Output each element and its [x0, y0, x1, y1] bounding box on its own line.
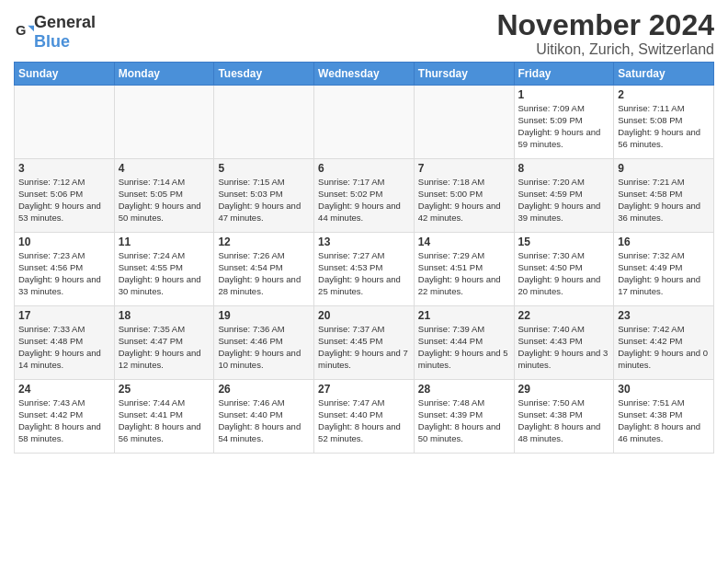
- calendar-cell: 27Sunrise: 7:47 AM Sunset: 4:40 PM Dayli…: [314, 380, 415, 454]
- calendar-title: November 2024: [496, 9, 714, 41]
- week-row-5: 24Sunrise: 7:43 AM Sunset: 4:42 PM Dayli…: [15, 380, 714, 454]
- day-number: 13: [318, 236, 410, 248]
- calendar-cell: 4Sunrise: 7:14 AM Sunset: 5:05 PM Daylig…: [114, 159, 214, 233]
- day-number: 1: [518, 88, 610, 101]
- day-info: Sunrise: 7:40 AM Sunset: 4:43 PM Dayligh…: [518, 324, 610, 371]
- calendar-cell: 7Sunrise: 7:18 AM Sunset: 5:00 PM Daylig…: [414, 159, 514, 233]
- day-number: 7: [418, 162, 510, 175]
- calendar-cell: 29Sunrise: 7:50 AM Sunset: 4:38 PM Dayli…: [514, 380, 614, 454]
- day-number: 6: [318, 162, 410, 175]
- day-info: Sunrise: 7:20 AM Sunset: 4:59 PM Dayligh…: [518, 177, 610, 224]
- day-info: Sunrise: 7:33 AM Sunset: 4:48 PM Dayligh…: [18, 324, 110, 371]
- title-block: November 2024 Uitikon, Zurich, Switzerla…: [496, 9, 714, 58]
- calendar-cell: 5Sunrise: 7:15 AM Sunset: 5:03 PM Daylig…: [214, 159, 314, 233]
- day-number: 16: [618, 236, 710, 248]
- calendar-cell: 12Sunrise: 7:26 AM Sunset: 4:54 PM Dayli…: [214, 233, 314, 306]
- calendar-cell: 23Sunrise: 7:42 AM Sunset: 4:42 PM Dayli…: [614, 306, 714, 380]
- day-info: Sunrise: 7:30 AM Sunset: 4:50 PM Dayligh…: [518, 250, 610, 297]
- day-info: Sunrise: 7:43 AM Sunset: 4:42 PM Dayligh…: [18, 397, 110, 444]
- day-number: 2: [618, 88, 710, 101]
- day-info: Sunrise: 7:29 AM Sunset: 4:51 PM Dayligh…: [418, 250, 510, 297]
- day-number: 29: [518, 383, 610, 396]
- day-info: Sunrise: 7:21 AM Sunset: 4:58 PM Dayligh…: [618, 177, 710, 224]
- calendar-cell: 3Sunrise: 7:12 AM Sunset: 5:06 PM Daylig…: [15, 159, 115, 233]
- calendar-cell: 30Sunrise: 7:51 AM Sunset: 4:38 PM Dayli…: [614, 380, 714, 454]
- calendar-cell: 16Sunrise: 7:32 AM Sunset: 4:49 PM Dayli…: [614, 233, 714, 306]
- day-info: Sunrise: 7:27 AM Sunset: 4:53 PM Dayligh…: [318, 250, 410, 297]
- day-info: Sunrise: 7:18 AM Sunset: 5:00 PM Dayligh…: [418, 177, 510, 224]
- day-info: Sunrise: 7:23 AM Sunset: 4:56 PM Dayligh…: [18, 250, 110, 297]
- calendar-cell: 10Sunrise: 7:23 AM Sunset: 4:56 PM Dayli…: [15, 233, 115, 306]
- day-info: Sunrise: 7:35 AM Sunset: 4:47 PM Dayligh…: [119, 324, 210, 371]
- calendar-cell: 26Sunrise: 7:46 AM Sunset: 4:40 PM Dayli…: [214, 380, 314, 454]
- calendar-cell: 19Sunrise: 7:36 AM Sunset: 4:46 PM Dayli…: [214, 306, 314, 380]
- calendar-cell: 21Sunrise: 7:39 AM Sunset: 4:44 PM Dayli…: [414, 306, 514, 380]
- day-info: Sunrise: 7:39 AM Sunset: 4:44 PM Dayligh…: [418, 324, 510, 371]
- day-number: 23: [618, 309, 710, 322]
- calendar-header-row: SundayMondayTuesdayWednesdayThursdayFrid…: [15, 63, 714, 86]
- calendar-body: 1Sunrise: 7:09 AM Sunset: 5:09 PM Daylig…: [15, 86, 714, 454]
- calendar-cell: 20Sunrise: 7:37 AM Sunset: 4:45 PM Dayli…: [314, 306, 415, 380]
- day-info: Sunrise: 7:48 AM Sunset: 4:39 PM Dayligh…: [418, 397, 510, 444]
- day-number: 25: [119, 383, 210, 396]
- calendar-cell: 24Sunrise: 7:43 AM Sunset: 4:42 PM Dayli…: [15, 380, 115, 454]
- day-number: 24: [18, 383, 110, 396]
- day-number: 15: [518, 236, 610, 248]
- calendar-cell: 2Sunrise: 7:11 AM Sunset: 5:08 PM Daylig…: [614, 86, 714, 159]
- day-info: Sunrise: 7:50 AM Sunset: 4:38 PM Dayligh…: [518, 397, 610, 444]
- column-header-monday: Monday: [114, 63, 214, 86]
- day-number: 27: [318, 383, 410, 396]
- calendar-cell: 18Sunrise: 7:35 AM Sunset: 4:47 PM Dayli…: [114, 306, 214, 380]
- calendar-cell: 1Sunrise: 7:09 AM Sunset: 5:09 PM Daylig…: [514, 86, 614, 159]
- day-info: Sunrise: 7:44 AM Sunset: 4:41 PM Dayligh…: [119, 397, 210, 444]
- column-header-saturday: Saturday: [614, 63, 714, 86]
- day-number: 12: [218, 236, 310, 248]
- day-info: Sunrise: 7:36 AM Sunset: 4:46 PM Dayligh…: [218, 324, 310, 371]
- column-header-friday: Friday: [514, 63, 614, 86]
- day-info: Sunrise: 7:46 AM Sunset: 4:40 PM Dayligh…: [218, 397, 310, 444]
- day-number: 11: [119, 236, 210, 248]
- calendar-cell: [414, 86, 514, 159]
- svg-text:G: G: [16, 23, 26, 38]
- day-info: Sunrise: 7:15 AM Sunset: 5:03 PM Dayligh…: [218, 177, 310, 224]
- day-info: Sunrise: 7:09 AM Sunset: 5:09 PM Dayligh…: [518, 103, 610, 150]
- day-number: 4: [119, 162, 210, 175]
- logo-general-text: General: [34, 13, 96, 31]
- day-info: Sunrise: 7:12 AM Sunset: 5:06 PM Dayligh…: [18, 177, 110, 224]
- day-number: 18: [119, 309, 210, 322]
- day-number: 5: [218, 162, 310, 175]
- column-header-wednesday: Wednesday: [314, 63, 415, 86]
- week-row-2: 3Sunrise: 7:12 AM Sunset: 5:06 PM Daylig…: [15, 159, 714, 233]
- calendar-cell: 6Sunrise: 7:17 AM Sunset: 5:02 PM Daylig…: [314, 159, 415, 233]
- day-info: Sunrise: 7:17 AM Sunset: 5:02 PM Dayligh…: [318, 177, 410, 224]
- day-info: Sunrise: 7:14 AM Sunset: 5:05 PM Dayligh…: [119, 177, 210, 224]
- day-info: Sunrise: 7:26 AM Sunset: 4:54 PM Dayligh…: [218, 250, 310, 297]
- calendar-cell: 22Sunrise: 7:40 AM Sunset: 4:43 PM Dayli…: [514, 306, 614, 380]
- calendar-cell: 13Sunrise: 7:27 AM Sunset: 4:53 PM Dayli…: [314, 233, 415, 306]
- day-info: Sunrise: 7:24 AM Sunset: 4:55 PM Dayligh…: [119, 250, 210, 297]
- week-row-4: 17Sunrise: 7:33 AM Sunset: 4:48 PM Dayli…: [15, 306, 714, 380]
- day-number: 28: [418, 383, 510, 396]
- week-row-1: 1Sunrise: 7:09 AM Sunset: 5:09 PM Daylig…: [15, 86, 714, 159]
- day-number: 21: [418, 309, 510, 322]
- day-info: Sunrise: 7:47 AM Sunset: 4:40 PM Dayligh…: [318, 397, 410, 444]
- calendar-cell: 17Sunrise: 7:33 AM Sunset: 4:48 PM Dayli…: [15, 306, 115, 380]
- calendar-cell: 11Sunrise: 7:24 AM Sunset: 4:55 PM Dayli…: [114, 233, 214, 306]
- day-number: 30: [618, 383, 710, 396]
- calendar-cell: 25Sunrise: 7:44 AM Sunset: 4:41 PM Dayli…: [114, 380, 214, 454]
- day-info: Sunrise: 7:32 AM Sunset: 4:49 PM Dayligh…: [618, 250, 710, 297]
- day-number: 14: [418, 236, 510, 248]
- column-header-tuesday: Tuesday: [214, 63, 314, 86]
- day-number: 8: [518, 162, 610, 175]
- week-row-3: 10Sunrise: 7:23 AM Sunset: 4:56 PM Dayli…: [15, 233, 714, 306]
- day-number: 10: [18, 236, 110, 248]
- calendar-table: SundayMondayTuesdayWednesdayThursdayFrid…: [14, 62, 714, 454]
- day-number: 3: [18, 162, 110, 175]
- day-number: 9: [618, 162, 710, 175]
- logo: G General Blue: [14, 13, 96, 52]
- day-number: 22: [518, 309, 610, 322]
- day-info: Sunrise: 7:42 AM Sunset: 4:42 PM Dayligh…: [618, 324, 710, 371]
- calendar-cell: 14Sunrise: 7:29 AM Sunset: 4:51 PM Dayli…: [414, 233, 514, 306]
- day-info: Sunrise: 7:51 AM Sunset: 4:38 PM Dayligh…: [618, 397, 710, 444]
- column-header-sunday: Sunday: [15, 63, 115, 86]
